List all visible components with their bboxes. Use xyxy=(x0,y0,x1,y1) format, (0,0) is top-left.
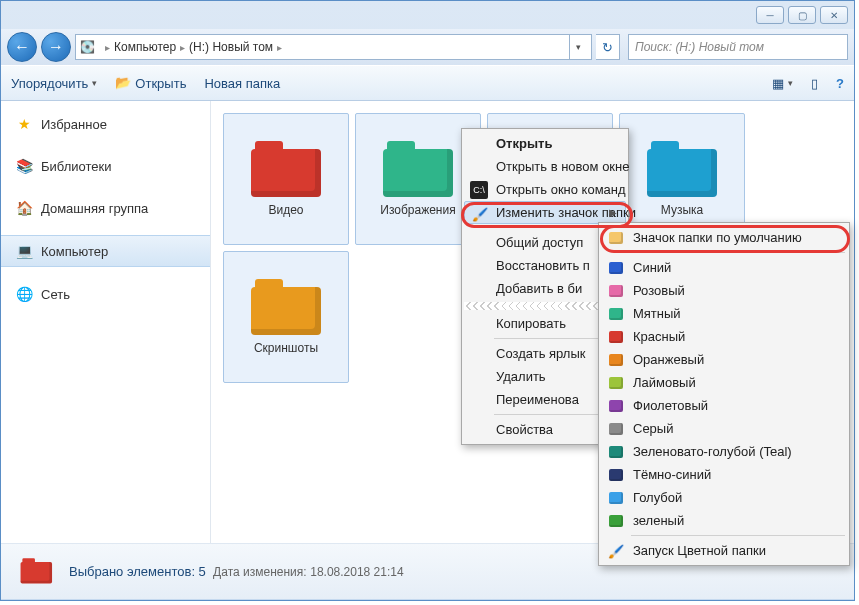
folder-icon xyxy=(607,229,625,247)
breadcrumb-part[interactable]: (H:) Новый том xyxy=(189,40,273,54)
status-text: Выбрано элементов: 5 Дата изменения: 18.… xyxy=(69,564,404,579)
context-submenu[interactable]: Значок папки по умолчаниюСинийРозовыйМят… xyxy=(598,222,850,566)
menu-item[interactable]: C:\Открыть окно команд xyxy=(464,178,626,201)
breadcrumb-dropdown[interactable]: ▾ xyxy=(569,34,587,60)
menu-item-label: Значок папки по умолчанию xyxy=(633,230,802,245)
menu-item-label: Открыть окно команд xyxy=(496,182,626,197)
organize-button[interactable]: Упорядочить ▾ xyxy=(11,76,97,91)
menu-item[interactable]: Синий xyxy=(601,256,847,279)
menu-item-label: Открыть xyxy=(496,136,552,151)
color-swatch-icon xyxy=(607,466,625,484)
menu-item-label: Переименова xyxy=(496,392,579,407)
folder-label: Музыка xyxy=(661,203,703,217)
sidebar-item-label: Домашняя группа xyxy=(41,201,148,216)
preview-pane-button[interactable]: ▯ xyxy=(811,76,818,91)
pc-icon: 💻 xyxy=(15,242,33,260)
menu-item[interactable]: Фиолетовый xyxy=(601,394,847,417)
color-swatch-icon xyxy=(607,259,625,277)
maximize-button[interactable]: ▢ xyxy=(788,6,816,24)
close-button[interactable]: ✕ xyxy=(820,6,848,24)
status-thumb-icon xyxy=(13,551,55,593)
minimize-button[interactable]: ─ xyxy=(756,6,784,24)
menu-item-label: Общий доступ xyxy=(496,235,583,250)
view-options-button[interactable]: ▦ ▾ xyxy=(772,76,793,91)
menu-item[interactable]: Красный xyxy=(601,325,847,348)
menu-item-label: Оранжевый xyxy=(633,352,704,367)
folder-tile[interactable]: Скриншоты xyxy=(223,251,349,383)
menu-item-label: зеленый xyxy=(633,513,684,528)
sidebar-item-label: Избранное xyxy=(41,117,107,132)
folder-tile[interactable]: Видео xyxy=(223,113,349,245)
folder-label: Изображения xyxy=(380,203,455,217)
menu-item-label: Свойства xyxy=(496,422,553,437)
search-placeholder: Поиск: (H:) Новый том xyxy=(635,40,764,54)
menu-separator xyxy=(631,535,845,536)
sidebar-item-star[interactable]: ★Избранное xyxy=(1,109,210,139)
menu-item-label: Создать ярлык xyxy=(496,346,585,361)
folder-open-icon: 📂 xyxy=(115,75,131,91)
menu-item-label: Красный xyxy=(633,329,685,344)
new-folder-button[interactable]: Новая папка xyxy=(204,76,280,91)
sidebar: ★Избранное📚Библиотеки🏠Домашняя группа💻Ко… xyxy=(1,101,211,543)
back-button[interactable]: ← xyxy=(7,32,37,62)
color-swatch-icon xyxy=(607,282,625,300)
menu-item-label: Зеленовато-голубой (Teal) xyxy=(633,444,792,459)
menu-item-label: Мятный xyxy=(633,306,681,321)
menu-item[interactable]: 🖌️Изменить значок папки▶ xyxy=(464,201,626,224)
color-swatch-icon xyxy=(607,443,625,461)
menu-item-label: Лаймовый xyxy=(633,375,696,390)
home-icon: 🏠 xyxy=(15,199,33,217)
cmd-icon: C:\ xyxy=(470,181,488,199)
menu-item-label: Удалить xyxy=(496,369,546,384)
date-value: 18.08.2018 21:14 xyxy=(310,565,403,579)
star-icon: ★ xyxy=(15,115,33,133)
menu-item[interactable]: Лаймовый xyxy=(601,371,847,394)
forward-button[interactable]: → xyxy=(41,32,71,62)
titlebar: ─ ▢ ✕ xyxy=(1,1,854,29)
breadcrumb-sep: ▸ xyxy=(180,42,185,53)
menu-item[interactable]: Тёмно-синий xyxy=(601,463,847,486)
menu-item[interactable]: Значок папки по умолчанию xyxy=(601,226,847,249)
breadcrumb-part[interactable]: Компьютер xyxy=(114,40,176,54)
help-button[interactable]: ? xyxy=(836,76,844,91)
sidebar-item-net[interactable]: 🌐Сеть xyxy=(1,279,210,309)
folder-icon xyxy=(251,279,321,335)
folder-icon xyxy=(251,141,321,197)
view-icon: ▦ xyxy=(772,76,784,91)
search-input[interactable]: Поиск: (H:) Новый том xyxy=(628,34,848,60)
menu-item[interactable]: Серый xyxy=(601,417,847,440)
sidebar-item-pc[interactable]: 💻Компьютер xyxy=(1,235,210,267)
net-icon: 🌐 xyxy=(15,285,33,303)
menu-item-label: Тёмно-синий xyxy=(633,467,711,482)
sidebar-item-label: Библиотеки xyxy=(41,159,111,174)
menu-item-label: Фиолетовый xyxy=(633,398,708,413)
menu-item-label: Запуск Цветной папки xyxy=(633,543,766,558)
menu-item[interactable]: Открыть xyxy=(464,132,626,155)
date-label: Дата изменения: xyxy=(213,565,307,579)
menu-item[interactable]: Открыть в новом окне xyxy=(464,155,626,178)
menu-item[interactable]: Розовый xyxy=(601,279,847,302)
sidebar-item-label: Компьютер xyxy=(41,244,108,259)
lib-icon: 📚 xyxy=(15,157,33,175)
menu-item[interactable]: Голубой xyxy=(601,486,847,509)
sidebar-item-home[interactable]: 🏠Домашняя группа xyxy=(1,193,210,223)
color-swatch-icon xyxy=(607,397,625,415)
breadcrumb-sep: ▸ xyxy=(105,42,110,53)
menu-item-label: Открыть в новом окне xyxy=(496,159,629,174)
folder-label: Видео xyxy=(268,203,303,217)
menu-item[interactable]: Мятный xyxy=(601,302,847,325)
menu-item[interactable]: Оранжевый xyxy=(601,348,847,371)
selection-count: Выбрано элементов: 5 xyxy=(69,564,206,579)
refresh-button[interactable]: ↻ xyxy=(596,34,620,60)
menu-item-label: Розовый xyxy=(633,283,685,298)
color-swatch-icon xyxy=(607,374,625,392)
breadcrumb[interactable]: 💽 ▸ Компьютер ▸ (H:) Новый том ▸ ▾ xyxy=(75,34,592,60)
menu-item[interactable]: зеленый xyxy=(601,509,847,532)
sidebar-item-lib[interactable]: 📚Библиотеки xyxy=(1,151,210,181)
open-button[interactable]: 📂Открыть xyxy=(115,75,186,91)
folder-icon xyxy=(647,141,717,197)
folder-label: Скриншоты xyxy=(254,341,318,355)
menu-item[interactable]: 🖌️Запуск Цветной папки xyxy=(601,539,847,562)
menu-item[interactable]: Зеленовато-голубой (Teal) xyxy=(601,440,847,463)
sidebar-item-label: Сеть xyxy=(41,287,70,302)
